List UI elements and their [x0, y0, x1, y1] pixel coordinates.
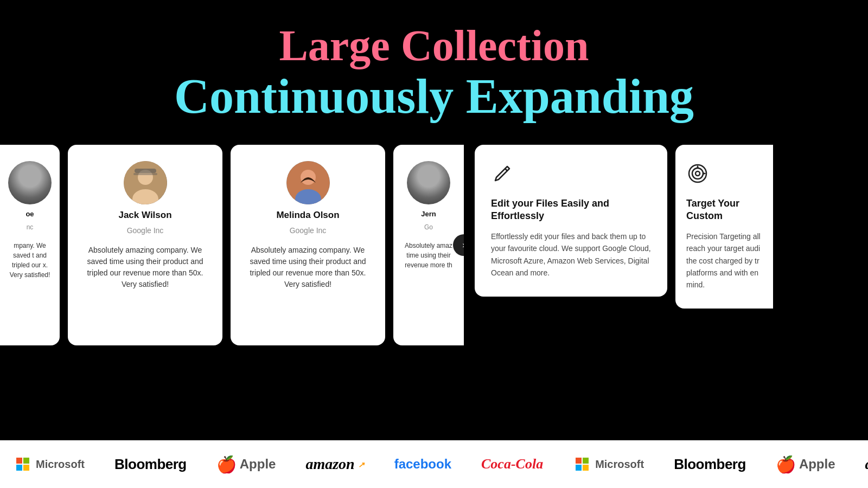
- title-line1: Large Collection: [0, 22, 868, 69]
- target-icon: [686, 162, 762, 190]
- logo-microsoft-2: Microsoft: [576, 458, 644, 471]
- svg-rect-3: [135, 169, 156, 173]
- logo-amazon-1: amazon ↗: [305, 455, 364, 473]
- feature-card-edit: Edit your Files Easily and Effortlessly …: [475, 145, 667, 297]
- avatar-partial-right: [407, 161, 450, 204]
- logo-facebook-1: facebook: [394, 457, 451, 472]
- person-company-partial-right: Go: [424, 223, 433, 231]
- feature-title-edit: Edit your Files Easily and Effortlessly: [491, 197, 651, 223]
- header: Large Collection Continuously Expanding: [0, 0, 868, 139]
- feature-title-target: Target Your Custom: [686, 197, 762, 223]
- testimonial-text-partial-right: Absolutely amaz time using their revenue…: [399, 241, 458, 270]
- testimonial-text-jack: Absolutely amazing company. We saved tim…: [81, 245, 209, 290]
- logo-microsoft-1: Microsoft: [16, 458, 85, 471]
- avatar-jack: [124, 161, 167, 204]
- testimonial-card-partial-right: Jern Go Absolutely amaz time using their…: [393, 145, 464, 345]
- svg-rect-4: [133, 173, 157, 175]
- logo-cocacola-1: Coca-Cola: [481, 456, 543, 472]
- feature-card-target: Target Your Custom Precision Targeting a…: [675, 145, 773, 309]
- feature-desc-target: Precision Targeting all reach your targe…: [686, 230, 762, 291]
- avatar-melinda: [286, 161, 330, 204]
- logo-bloomberg-2: Bloomberg: [674, 456, 746, 473]
- testimonial-card-melinda: Melinda Olson Google Inc Absolutely amaz…: [231, 145, 385, 345]
- logo-set-1: Microsoft Bloomberg 🍎 Apple amazon ↗ fac…: [0, 455, 559, 474]
- feature-desc-edit: Effortlessly edit your files and back th…: [491, 230, 651, 279]
- logo-apple-1: 🍎 Apple: [216, 455, 276, 474]
- person-name-partial-right: Jern: [421, 210, 436, 218]
- person-name-partial-left: oe: [25, 210, 34, 218]
- svg-point-9: [692, 168, 703, 179]
- logo-bloomberg-1: Bloomberg: [114, 456, 187, 473]
- avatar-partial-left: [8, 161, 52, 204]
- svg-point-10: [695, 171, 700, 176]
- testimonial-card-jack: Jack Wilson Google Inc Absolutely amazin…: [68, 145, 222, 345]
- logo-track: Microsoft Bloomberg 🍎 Apple amazon ↗ fac…: [0, 455, 868, 474]
- logo-set-2: Microsoft Bloomberg 🍎 Apple amazon ↗ fac…: [559, 455, 868, 474]
- person-company-melinda: Google Inc: [290, 226, 327, 235]
- person-name-jack: Jack Wilson: [118, 210, 171, 221]
- logo-amazon-2: amazon ↗: [865, 455, 868, 473]
- edit-icon: [491, 162, 651, 190]
- person-company-partial-left: nc: [27, 223, 34, 231]
- person-company-jack: Google Inc: [127, 226, 164, 235]
- logo-apple-2: 🍎 Apple: [776, 455, 835, 474]
- title-line2: Continuously Expanding: [0, 69, 868, 123]
- testimonial-card-partial-left: oe nc mpany. We saved t and tripled our …: [0, 145, 60, 345]
- logo-bar: Microsoft Bloomberg 🍎 Apple amazon ↗ fac…: [0, 440, 868, 488]
- main-content: oe nc mpany. We saved t and tripled our …: [0, 145, 868, 345]
- person-name-melinda: Melinda Olson: [276, 210, 339, 221]
- testimonial-text-melinda: Absolutely amazing company. We saved tim…: [244, 245, 372, 290]
- testimonial-text-partial-left: mpany. We saved t and tripled our x. Ver…: [5, 241, 54, 280]
